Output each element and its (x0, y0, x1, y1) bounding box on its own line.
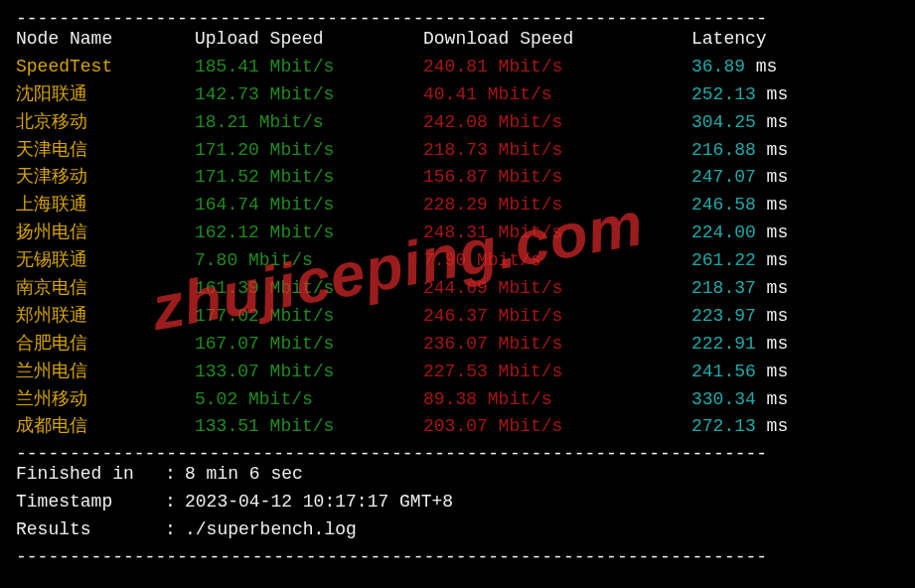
latency: 222.91 ms (691, 331, 899, 359)
table-row: 兰州移动5.02 Mbit/s89.38 Mbit/s330.34 ms (16, 386, 899, 414)
divider-mid: ----------------------------------------… (16, 441, 899, 461)
speedtest-row: SpeedTest 185.41 Mbit/s 240.81 Mbit/s 36… (16, 54, 899, 81)
latency-unit: ms (756, 140, 788, 160)
latency: 252.13 ms (691, 81, 899, 109)
node-name: SpeedTest (16, 54, 195, 81)
latency-unit: ms (756, 306, 788, 326)
latency-value: 224.00 (691, 222, 756, 242)
node-name: 兰州移动 (16, 386, 195, 414)
upload-speed: 171.20 Mbit/s (195, 137, 423, 165)
download-speed: 156.87 Mbit/s (423, 164, 691, 192)
upload-speed: 18.21 Mbit/s (195, 109, 423, 137)
latency-value: 223.97 (691, 306, 756, 326)
latency-value: 272.13 (691, 416, 756, 436)
latency-value: 36.89 (691, 57, 745, 76)
latency-value: 252.13 (691, 84, 756, 104)
footer-sep: : (165, 516, 185, 544)
download-speed: 40.41 Mbit/s (423, 81, 691, 109)
rows-container: 沈阳联通142.73 Mbit/s40.41 Mbit/s252.13 ms北京… (16, 81, 899, 442)
upload-speed: 162.12 Mbit/s (195, 220, 423, 247)
upload-speed: 142.73 Mbit/s (195, 81, 423, 109)
download-speed: 248.31 Mbit/s (423, 220, 691, 247)
header-latency: Latency (691, 26, 899, 54)
header-row: Node Name Upload Speed Download Speed La… (16, 26, 899, 54)
table-row: 天津电信171.20 Mbit/s218.73 Mbit/s216.88 ms (16, 137, 899, 165)
latency: 247.07 ms (691, 164, 899, 192)
footer-timestamp-value: 2023-04-12 10:17:17 GMT+8 (185, 489, 453, 516)
latency-value: 218.37 (691, 278, 756, 298)
table-row: 成都电信133.51 Mbit/s203.07 Mbit/s272.13 ms (16, 413, 899, 441)
latency: 218.37 ms (691, 275, 899, 303)
latency-value: 304.25 (691, 112, 756, 132)
download-speed: 244.69 Mbit/s (423, 275, 691, 303)
footer-finished-label: Finished in (16, 461, 165, 489)
latency-value: 241.56 (691, 362, 756, 381)
latency-unit: ms (756, 278, 788, 298)
latency-unit: ms (756, 112, 788, 132)
download-speed: 89.38 Mbit/s (423, 386, 691, 414)
node-name: 兰州电信 (16, 359, 195, 386)
latency: 241.56 ms (691, 359, 899, 386)
download-speed: 236.07 Mbit/s (423, 331, 691, 359)
node-name: 合肥电信 (16, 331, 195, 359)
upload-speed: 177.02 Mbit/s (195, 303, 423, 331)
upload-speed: 164.74 Mbit/s (195, 192, 423, 220)
node-name: 扬州电信 (16, 220, 195, 247)
upload-speed: 133.07 Mbit/s (195, 359, 423, 386)
table-row: 郑州联通177.02 Mbit/s246.37 Mbit/s223.97 ms (16, 303, 899, 331)
footer-timestamp-label: Timestamp (16, 489, 165, 516)
upload-speed: 167.07 Mbit/s (195, 331, 423, 359)
table-row: 无锡联通7.80 Mbit/s7.90 Mbit/s261.22 ms (16, 247, 899, 275)
footer-finished: Finished in : 8 min 6 sec (16, 461, 899, 489)
latency: 304.25 ms (691, 109, 899, 137)
latency: 36.89 ms (691, 54, 899, 81)
latency: 272.13 ms (691, 413, 899, 441)
latency: 216.88 ms (691, 137, 899, 165)
footer-finished-value: 8 min 6 sec (185, 461, 303, 489)
divider-top: ----------------------------------------… (16, 6, 899, 26)
latency: 224.00 ms (691, 220, 899, 247)
footer-results: Results : ./superbench.log (16, 516, 899, 544)
latency-unit: ms (756, 84, 788, 104)
latency: 330.34 ms (691, 386, 899, 414)
upload-speed: 5.02 Mbit/s (195, 386, 423, 414)
table-row: 扬州电信162.12 Mbit/s248.31 Mbit/s224.00 ms (16, 220, 899, 247)
latency: 246.58 ms (691, 192, 899, 220)
node-name: 无锡联通 (16, 247, 195, 275)
footer-results-label: Results (16, 516, 165, 544)
table-row: 兰州电信133.07 Mbit/s227.53 Mbit/s241.56 ms (16, 359, 899, 386)
node-name: 天津电信 (16, 137, 195, 165)
footer-results-value: ./superbench.log (185, 516, 357, 544)
download-speed: 203.07 Mbit/s (423, 413, 691, 441)
latency-unit: ms (756, 389, 788, 409)
latency: 223.97 ms (691, 303, 899, 331)
upload-speed: 133.51 Mbit/s (195, 413, 423, 441)
latency-unit: ms (745, 57, 777, 76)
table-row: 合肥电信167.07 Mbit/s236.07 Mbit/s222.91 ms (16, 331, 899, 359)
header-download: Download Speed (423, 26, 691, 54)
table-row: 南京电信161.39 Mbit/s244.69 Mbit/s218.37 ms (16, 275, 899, 303)
download-speed: 246.37 Mbit/s (423, 303, 691, 331)
footer-sep: : (165, 461, 185, 489)
table-row: 上海联通164.74 Mbit/s228.29 Mbit/s246.58 ms (16, 192, 899, 220)
latency: 261.22 ms (691, 247, 899, 275)
divider-bottom: ----------------------------------------… (16, 544, 899, 564)
upload-speed: 171.52 Mbit/s (195, 164, 423, 192)
latency-value: 222.91 (691, 334, 756, 354)
latency-unit: ms (756, 167, 788, 187)
terminal-output: ----------------------------------------… (0, 0, 915, 570)
latency-value: 247.07 (691, 167, 756, 187)
node-name: 南京电信 (16, 275, 195, 303)
download-speed: 228.29 Mbit/s (423, 192, 691, 220)
download-speed: 218.73 Mbit/s (423, 137, 691, 165)
node-name: 沈阳联通 (16, 81, 195, 109)
latency-value: 330.34 (691, 389, 756, 409)
download-speed: 7.90 Mbit/s (423, 247, 691, 275)
node-name: 郑州联通 (16, 303, 195, 331)
node-name: 上海联通 (16, 192, 195, 220)
download-speed: 242.08 Mbit/s (423, 109, 691, 137)
latency-value: 261.22 (691, 250, 756, 270)
table-row: 天津移动171.52 Mbit/s156.87 Mbit/s247.07 ms (16, 164, 899, 192)
node-name: 成都电信 (16, 413, 195, 441)
upload-speed: 185.41 Mbit/s (195, 54, 423, 81)
